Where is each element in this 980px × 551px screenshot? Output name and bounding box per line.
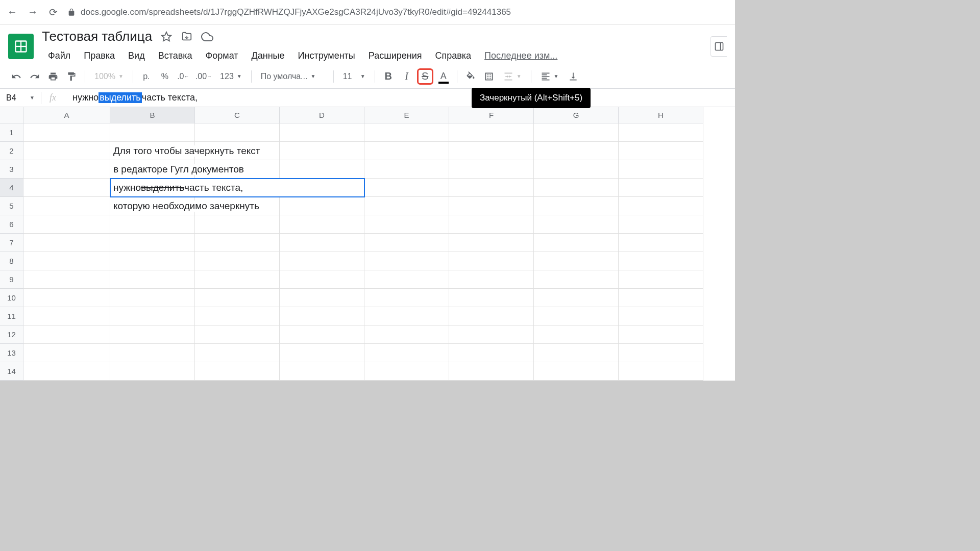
merge-cells-button[interactable]: ▼ bbox=[499, 71, 526, 82]
cell[interactable] bbox=[619, 307, 703, 325]
cell[interactable] bbox=[449, 215, 534, 234]
cell[interactable] bbox=[110, 289, 195, 307]
row-header[interactable]: 3 bbox=[0, 160, 23, 179]
cell[interactable] bbox=[110, 252, 195, 270]
cell-B3[interactable]: в редакторе Гугл документов bbox=[110, 160, 195, 179]
cell[interactable] bbox=[280, 142, 364, 160]
col-header[interactable]: C bbox=[195, 107, 280, 123]
cell-B2[interactable]: Для того чтобы зачеркнуть текст bbox=[110, 142, 195, 160]
cell[interactable] bbox=[23, 289, 110, 307]
cell[interactable] bbox=[449, 362, 534, 381]
cell[interactable] bbox=[280, 289, 364, 307]
menu-edit[interactable]: Правка bbox=[78, 47, 121, 64]
document-title[interactable]: Тестовая таблица bbox=[42, 29, 152, 44]
move-icon[interactable] bbox=[181, 31, 193, 43]
redo-button[interactable] bbox=[27, 68, 43, 85]
cell[interactable] bbox=[110, 307, 195, 325]
cell[interactable] bbox=[449, 142, 534, 160]
zoom-dropdown[interactable]: 100%▼ bbox=[90, 72, 128, 81]
cell[interactable] bbox=[619, 123, 703, 142]
cell[interactable] bbox=[534, 197, 619, 215]
cell[interactable] bbox=[619, 362, 703, 381]
menu-insert[interactable]: Вставка bbox=[152, 47, 199, 64]
bold-button[interactable]: B bbox=[380, 68, 397, 85]
menu-view[interactable]: Вид bbox=[122, 47, 151, 64]
col-header[interactable]: G bbox=[534, 107, 619, 123]
cell[interactable] bbox=[23, 270, 110, 289]
row-header[interactable]: 14 bbox=[0, 362, 23, 381]
cell[interactable] bbox=[534, 325, 619, 344]
row-header[interactable]: 10 bbox=[0, 289, 23, 307]
cell[interactable] bbox=[23, 362, 110, 381]
currency-button[interactable]: р. bbox=[138, 68, 155, 85]
row-header[interactable]: 7 bbox=[0, 234, 23, 252]
cell[interactable] bbox=[110, 270, 195, 289]
cell[interactable] bbox=[534, 362, 619, 381]
menu-help[interactable]: Справка bbox=[429, 47, 477, 64]
cell[interactable] bbox=[449, 234, 534, 252]
cell[interactable] bbox=[364, 344, 449, 362]
formula-input[interactable]: нужно выделить часть текста, bbox=[64, 92, 735, 103]
cell[interactable] bbox=[364, 362, 449, 381]
undo-button[interactable] bbox=[8, 68, 24, 85]
cell[interactable] bbox=[280, 215, 364, 234]
font-dropdown[interactable]: По умолча...▼ bbox=[257, 72, 328, 81]
cell[interactable] bbox=[619, 289, 703, 307]
more-formats-dropdown[interactable]: 123▼ bbox=[216, 72, 246, 81]
col-header[interactable]: H bbox=[619, 107, 703, 123]
cell[interactable] bbox=[280, 344, 364, 362]
horizontal-align-button[interactable]: ▼ bbox=[536, 71, 563, 82]
cell[interactable] bbox=[23, 344, 110, 362]
cell[interactable] bbox=[364, 307, 449, 325]
cell[interactable] bbox=[23, 142, 110, 160]
cell[interactable] bbox=[195, 344, 280, 362]
cell[interactable] bbox=[449, 344, 534, 362]
menu-file[interactable]: Файл bbox=[42, 47, 77, 64]
cell[interactable] bbox=[619, 179, 703, 197]
cell[interactable] bbox=[534, 123, 619, 142]
cell-B5[interactable]: которую необходимо зачеркнуть bbox=[110, 197, 195, 215]
cell[interactable] bbox=[534, 252, 619, 270]
cell[interactable] bbox=[195, 289, 280, 307]
cell[interactable] bbox=[364, 179, 449, 197]
row-header[interactable]: 6 bbox=[0, 215, 23, 234]
cell[interactable] bbox=[195, 307, 280, 325]
cell[interactable] bbox=[619, 197, 703, 215]
cell[interactable] bbox=[364, 325, 449, 344]
cell[interactable] bbox=[619, 215, 703, 234]
row-header[interactable]: 4 bbox=[0, 179, 23, 197]
menu-extensions[interactable]: Расширения bbox=[362, 47, 428, 64]
italic-button[interactable]: I bbox=[399, 68, 415, 85]
menu-data[interactable]: Данные bbox=[246, 47, 291, 64]
cell[interactable] bbox=[364, 142, 449, 160]
cell[interactable] bbox=[23, 179, 110, 197]
cell[interactable] bbox=[619, 234, 703, 252]
cell[interactable] bbox=[280, 325, 364, 344]
cell[interactable] bbox=[23, 325, 110, 344]
row-header[interactable]: 5 bbox=[0, 197, 23, 215]
back-button[interactable]: ← bbox=[6, 6, 18, 18]
cell[interactable] bbox=[110, 344, 195, 362]
cell[interactable] bbox=[364, 123, 449, 142]
cell[interactable] bbox=[23, 307, 110, 325]
font-size-dropdown[interactable]: 11▼ bbox=[339, 72, 370, 81]
name-box[interactable]: B4 ▼ bbox=[0, 93, 41, 103]
cell[interactable] bbox=[364, 160, 449, 179]
cell[interactable] bbox=[195, 234, 280, 252]
last-edit-link[interactable]: Последнее изм... bbox=[478, 47, 564, 64]
cell[interactable] bbox=[280, 197, 364, 215]
vertical-align-button[interactable] bbox=[565, 68, 581, 85]
cell[interactable] bbox=[534, 160, 619, 179]
menu-tools[interactable]: Инструменты bbox=[292, 47, 361, 64]
cell[interactable] bbox=[23, 215, 110, 234]
row-header[interactable]: 8 bbox=[0, 252, 23, 270]
cell[interactable] bbox=[534, 307, 619, 325]
cell[interactable] bbox=[23, 197, 110, 215]
cell[interactable] bbox=[449, 325, 534, 344]
cell[interactable] bbox=[449, 160, 534, 179]
star-icon[interactable] bbox=[160, 31, 173, 43]
cell[interactable] bbox=[534, 234, 619, 252]
cell[interactable] bbox=[364, 289, 449, 307]
select-all-corner[interactable] bbox=[0, 107, 23, 123]
cell[interactable] bbox=[534, 344, 619, 362]
